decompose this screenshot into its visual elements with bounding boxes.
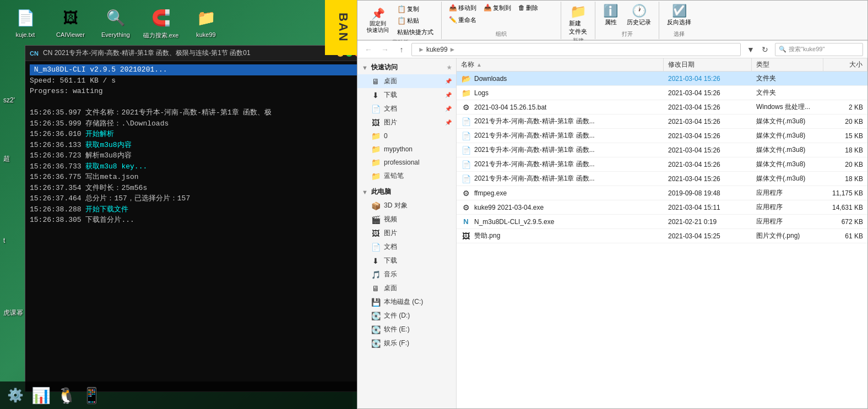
m3u8-5-icon: 📄 <box>461 174 471 183</box>
file-row-kuke99-exe[interactable]: ⚙ kuke99 2021-03-04.exe 2021-03-04 15:11… <box>457 200 867 215</box>
desktop2-label: 桌面 <box>384 283 397 293</box>
history-btn[interactable]: 🕐 历史记录 <box>623 3 654 28</box>
header-size[interactable]: 大小 <box>823 58 867 71</box>
file-row-m3u8-1[interactable]: 📄 2021专升本-河南-高数-精讲-第1章 函数... 2021-03-04 … <box>457 114 867 129</box>
desktop-icon-kuje[interactable]: 📄 kuje.txt <box>6 6 45 38</box>
file-row-zanzu[interactable]: 🖼 赞助.png 2021-03-04 15:25 图片文件(.png) 61 … <box>457 229 867 243</box>
file-row-m3u8-3[interactable]: 📄 2021专升本-河南-高数-精讲-第1章 函数... 2021-03-04 … <box>457 143 867 157</box>
header-name[interactable]: 名称 ▲ <box>457 58 664 71</box>
m3u8-4-date: 2021-03-04 15:26 <box>664 157 752 171</box>
paste-btn[interactable]: 📋粘贴 <box>395 15 436 26</box>
ffmpeg-type: 应用程序 <box>752 186 823 200</box>
explorer-window: 📌 固定到快速访问 📋复制 📋粘贴 粘贴快捷方式 <box>357 0 868 409</box>
header-date[interactable]: 修改日期 <box>664 58 752 71</box>
new-folder-btn[interactable]: 📁 新建文件夹 <box>566 3 590 37</box>
sidebar-item-bluenote[interactable]: 📁 蓝铅笔 <box>357 169 456 183</box>
sidebar-this-pc[interactable]: ▼ 此电脑 <box>357 185 456 199</box>
header-type[interactable]: 类型 <box>752 58 823 71</box>
taskbar-app3[interactable]: 📱 <box>80 384 102 406</box>
file-row-n-m3u8dl[interactable]: N N_m3u8DL-CLI_v2.9.5.exe 2021-02-21 0:1… <box>457 215 867 229</box>
desktop-icon-kuke99[interactable]: 📁 kuke99 <box>186 6 226 38</box>
sidebar-docs1[interactable]: 📄 文档 📌 <box>357 102 456 116</box>
nav-back-btn[interactable]: ← <box>362 43 375 56</box>
video-label: 视频 <box>384 215 397 224</box>
caiviewer-icon: 🖼 <box>58 6 83 30</box>
address-kuke99[interactable]: kuke99 <box>426 46 448 53</box>
sidebar-pics1[interactable]: 🖼 图片 📌 <box>357 116 456 129</box>
file-row-m3u8-5[interactable]: 📄 2021专升本-河南-高数-精讲-第1章 函数... 2021-03-04 … <box>457 172 867 186</box>
bat-date: 2021-03-04 15:26 <box>664 100 752 114</box>
n-m3u8dl-name: N_m3u8DL-CLI_v2.9.5.exe <box>474 218 554 226</box>
sidebar-video[interactable]: 🎬 视频 <box>357 212 456 226</box>
pics1-pin: 📌 <box>445 119 452 126</box>
address-sep-2: ► <box>449 46 456 53</box>
taskbar-app1[interactable]: 📊 <box>30 384 52 406</box>
file-row-bat[interactable]: ⚙ 2021-03-04 15.26.15.bat 2021-03-04 15:… <box>457 100 867 114</box>
sidebar-diskd[interactable]: 💽 文件 (D:) <box>357 309 456 323</box>
sidebar-diske[interactable]: 💽 软件 (E:) <box>357 323 456 336</box>
sidebar-item-0[interactable]: 📁 0 <box>357 129 456 143</box>
cmd-line-10: 15:26:36.775 写出meta.json <box>30 172 361 183</box>
m3u8-5-name: 2021专升本-河南-高数-精讲-第1章 函数... <box>474 174 595 183</box>
m3u8-1-name: 2021专升本-河南-高数-精讲-第1章 函数... <box>474 117 595 126</box>
pin-quick-access-btn[interactable]: 📌 固定到快速访问 <box>364 6 392 35</box>
taskbar-app2[interactable]: 🐧 <box>55 384 77 406</box>
copy-to-btn[interactable]: 📥复制到 <box>481 3 514 13</box>
mypython-icon: 📁 <box>371 145 381 154</box>
nav-up-btn[interactable]: ↑ <box>395 43 408 56</box>
file-row-m3u8-2[interactable]: 📄 2021专升本-河南-高数-精讲-第1章 函数... 2021-03-04 … <box>457 129 867 143</box>
caiviewer-label: CAIViewer <box>56 31 85 38</box>
ffmpeg-name: ffmpeg.exe <box>474 189 507 197</box>
reverse-select-btn[interactable]: ☑️ 反向选择 <box>664 3 695 28</box>
sidebar-downloads1[interactable]: ⬇ 下载 📌 <box>357 88 456 102</box>
sidebar-diskf[interactable]: 💽 娱乐 (F:) <box>357 336 456 350</box>
rename-btn[interactable]: ✏️重命名 <box>446 15 479 25</box>
search-box[interactable]: 🔍 搜索"kuke99" <box>775 43 863 56</box>
desktop-icon-everything[interactable]: 🔍 Everything <box>96 6 135 38</box>
desktop-icon-magnetic[interactable]: 🧲 磁力搜索.exe <box>141 6 181 40</box>
sidebar-pics2[interactable]: 🖼 图片 <box>357 226 456 240</box>
sidebar-quick-access[interactable]: ▼ 快速访问 ★ <box>357 61 456 74</box>
file-list: 名称 ▲ 修改日期 类型 大小 📂 Downloads 2021-03-04 1… <box>457 58 867 408</box>
m3u8-5-type: 媒体文件(.m3u8) <box>752 172 823 186</box>
sidebar-desktop1[interactable]: 🖥 桌面 📌 <box>357 74 456 88</box>
paste-shortcut-btn[interactable]: 粘贴快捷方式 <box>395 27 436 37</box>
nav-forward-btn[interactable]: → <box>378 43 392 56</box>
zero-icon: 📁 <box>371 132 381 140</box>
m3u8-3-icon: 📄 <box>461 146 471 155</box>
cmd-line-14: 15:26:38.305 下载首分片... <box>30 215 361 226</box>
address-dropdown-btn[interactable]: ▼ <box>744 43 757 56</box>
sidebar-desktop2[interactable]: 🖥 桌面 <box>357 281 456 295</box>
copy-btn[interactable]: 📋复制 <box>395 4 436 14</box>
zanzu-size: 61 KB <box>823 229 867 243</box>
file-row-logs[interactable]: 📁 Logs 2021-03-04 15:26 文件夹 <box>457 86 867 100</box>
sidebar-diskc[interactable]: 💾 本地磁盘 (C:) <box>357 295 456 309</box>
kuke99-exe-size: 14,631 KB <box>823 200 867 214</box>
logs-date: 2021-03-04 15:26 <box>664 86 752 100</box>
file-row-downloads[interactable]: 📂 Downloads 2021-03-04 15:26 文件夹 <box>457 72 867 86</box>
refresh-btn[interactable]: ↻ <box>758 43 772 56</box>
cmd-title: CN 2021专升本-河南-高数-精讲-第1章 函数、极限与连续-第1节 函数0… <box>43 48 333 58</box>
sidebar-3d[interactable]: 📦 3D 对象 <box>357 199 456 212</box>
cmd-line-9: 15:26:36.733 获取m3u8 key... <box>30 161 361 172</box>
delete-btn[interactable]: 🗑删除 <box>516 3 541 13</box>
sidebar-item-mypython[interactable]: 📁 mypython <box>357 143 456 156</box>
sidebar-item-professional[interactable]: 📁 professional <box>357 156 456 169</box>
taskbar-settings[interactable]: ⚙️ <box>4 384 26 406</box>
diskd-icon: 💽 <box>371 312 381 320</box>
m3u8-1-date: 2021-03-04 15:26 <box>664 114 752 128</box>
sidebar-downloads2[interactable]: ⬇ 下载 <box>357 254 456 268</box>
move-to-btn[interactable]: 📤移动到 <box>446 3 479 13</box>
bat-size: 2 KB <box>823 100 867 114</box>
file-row-m3u8-4[interactable]: 📄 2021专升本-河南-高数-精讲-第1章 函数... 2021-03-04 … <box>457 157 867 172</box>
desktop-icon-caiviewer[interactable]: 🖼 CAIViewer <box>51 6 90 38</box>
music-icon: 🎵 <box>371 270 381 279</box>
sidebar-docs2[interactable]: 📄 文档 <box>357 240 456 254</box>
properties-btn[interactable]: ℹ️ 属性 <box>600 3 621 28</box>
downloads-size <box>823 72 867 85</box>
desktop1-label: 桌面 <box>384 77 397 86</box>
address-path[interactable]: ► kuke99 ► <box>411 43 741 56</box>
sidebar-music[interactable]: 🎵 音乐 <box>357 268 456 281</box>
file-row-ffmpeg[interactable]: ⚙ ffmpeg.exe 2019-09-08 19:48 应用程序 11,17… <box>457 186 867 200</box>
diske-icon: 💽 <box>371 325 381 334</box>
